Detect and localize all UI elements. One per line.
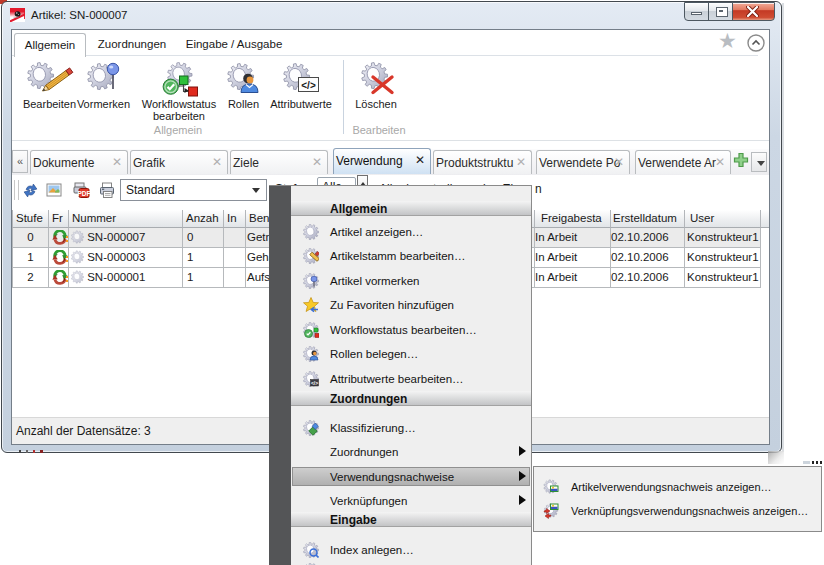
svg-text:</>: </>	[301, 80, 316, 91]
svg-text:</>: </>	[311, 380, 318, 386]
svg-text:PDF: PDF	[78, 190, 91, 197]
